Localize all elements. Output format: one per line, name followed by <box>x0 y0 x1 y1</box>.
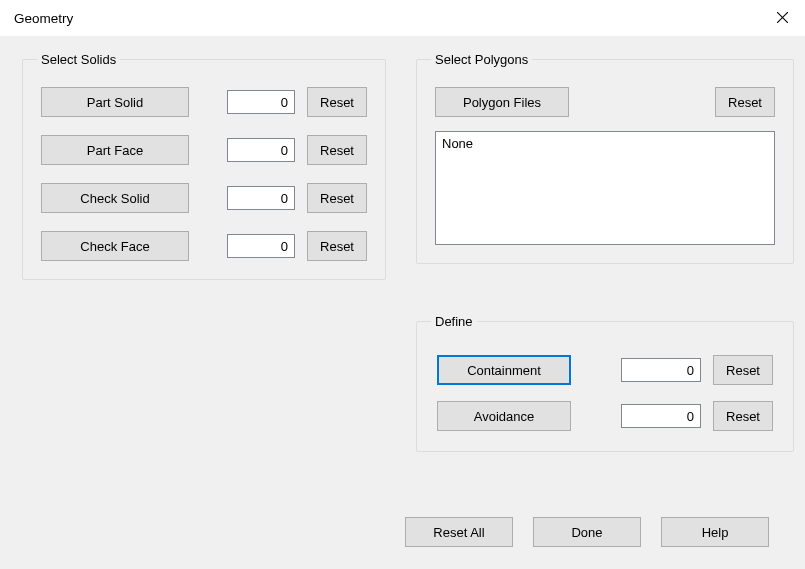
help-button[interactable]: Help <box>661 517 769 547</box>
check-face-button[interactable]: Check Face <box>41 231 189 261</box>
select-solids-group: Select Solids Part Solid Reset Part Face… <box>22 52 386 280</box>
avoidance-value[interactable] <box>621 404 701 428</box>
containment-value[interactable] <box>621 358 701 382</box>
select-polygons-legend: Select Polygons <box>431 52 532 67</box>
client-area: Select Solids Part Solid Reset Part Face… <box>0 36 805 569</box>
polygons-reset-button[interactable]: Reset <box>715 87 775 117</box>
titlebar: Geometry <box>0 0 805 36</box>
reset-all-button[interactable]: Reset All <box>405 517 513 547</box>
polygon-files-button[interactable]: Polygon Files <box>435 87 569 117</box>
avoidance-button[interactable]: Avoidance <box>437 401 571 431</box>
select-solids-legend: Select Solids <box>37 52 120 67</box>
close-icon <box>777 11 788 26</box>
check-solid-button[interactable]: Check Solid <box>41 183 189 213</box>
check-face-value[interactable] <box>227 234 295 258</box>
select-polygons-group: Select Polygons Polygon Files Reset None <box>416 52 794 264</box>
part-face-reset-button[interactable]: Reset <box>307 135 367 165</box>
part-face-value[interactable] <box>227 138 295 162</box>
define-legend: Define <box>431 314 477 329</box>
containment-reset-button[interactable]: Reset <box>713 355 773 385</box>
part-face-button[interactable]: Part Face <box>41 135 189 165</box>
containment-button[interactable]: Containment <box>437 355 571 385</box>
window-title: Geometry <box>14 11 759 26</box>
polygon-files-list-content: None <box>442 136 768 151</box>
define-group: Define Containment Reset Avoidance <box>416 314 794 452</box>
part-solid-value[interactable] <box>227 90 295 114</box>
polygon-files-list[interactable]: None <box>435 131 775 245</box>
dialog-bottom-bar: Reset All Done Help <box>405 517 769 547</box>
check-face-reset-button[interactable]: Reset <box>307 231 367 261</box>
check-solid-value[interactable] <box>227 186 295 210</box>
part-solid-button[interactable]: Part Solid <box>41 87 189 117</box>
done-button[interactable]: Done <box>533 517 641 547</box>
part-solid-reset-button[interactable]: Reset <box>307 87 367 117</box>
avoidance-reset-button[interactable]: Reset <box>713 401 773 431</box>
close-button[interactable] <box>759 0 805 36</box>
geometry-dialog: Geometry Select Solids Part Solid Reset <box>0 0 805 569</box>
check-solid-reset-button[interactable]: Reset <box>307 183 367 213</box>
